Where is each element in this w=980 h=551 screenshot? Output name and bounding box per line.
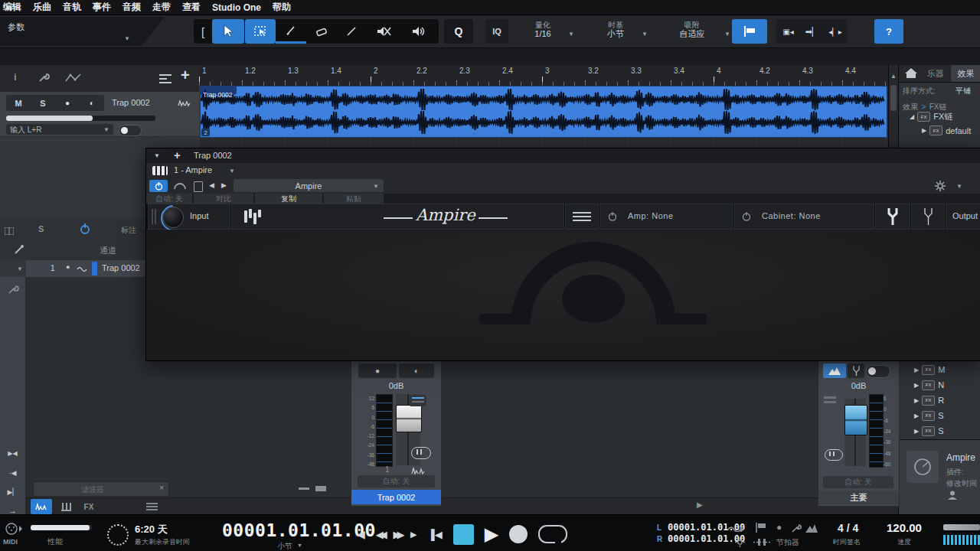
breadcrumb-effects[interactable]: 效果 [903,103,918,111]
next-channel-icon[interactable]: ▶▏ [0,488,25,496]
help-button[interactable]: ? [874,19,903,44]
strip-name-bar[interactable]: Trap 0002 [351,490,441,504]
inspector-icon[interactable]: i [14,71,17,83]
main-gain-label[interactable]: 0dB [818,381,899,390]
main-auto-button[interactable]: 自动: 关 [823,476,893,488]
stereo-icon[interactable] [411,447,431,459]
preroll-icon[interactable] [727,524,744,532]
arch-icon[interactable] [174,182,186,190]
preset-file-icon[interactable] [194,181,203,192]
metronome-label[interactable]: 节拍器 [776,537,799,548]
pin-add-button[interactable]: + [174,148,181,161]
arrow-tool-button[interactable] [212,19,244,44]
solo-button[interactable]: S [31,95,55,111]
listen-tool-button[interactable] [401,19,436,44]
tab-list[interactable] [142,499,162,514]
add-track-button[interactable]: + [181,67,190,84]
fx-list-item[interactable]: ▶FXS [914,423,980,439]
fx-list-item[interactable]: ▶FXR [914,393,980,408]
follow-cursor-button[interactable]: ➡▏ [800,19,824,44]
loop-r-value[interactable]: 00001.01.01.00 [668,533,745,544]
iq-button[interactable]: IQ [485,19,508,44]
header-section-tuner2[interactable] [911,204,945,230]
snap-toggle-button[interactable] [732,19,767,44]
gear-icon[interactable] [735,537,745,547]
paint-tool-button[interactable] [276,19,306,44]
link-button[interactable] [410,395,426,406]
eraser-tool-button[interactable] [306,19,337,44]
power-icon[interactable] [80,223,90,234]
time-unit-chevron-icon[interactable]: ▼ [297,543,302,548]
tempo-value[interactable]: 120.00 [887,521,922,534]
tab-fx[interactable]: FX [79,499,99,514]
strip-gain-label[interactable]: 0dB [351,381,441,390]
automation-curve-icon[interactable] [64,72,83,84]
header-section-cabinet[interactable]: Cabinet: None [733,204,874,230]
preset-combo[interactable]: Ampire ▼ [234,179,384,192]
zoom-tool-button[interactable]: Q [444,19,473,44]
mute-button[interactable]: M [6,95,31,111]
slot-chevron-down-icon[interactable]: ▼ [229,168,235,174]
params-chevron-down-icon[interactable]: ▼ [124,35,130,42]
main-name-bar[interactable]: 主要 [818,491,899,504]
timeline-ruler[interactable]: 11.21.31.422.22.32.433.23.33.444.24.34.4 [199,65,888,86]
main-fader-track[interactable] [844,399,866,466]
prev-bar-button[interactable]: ◀ [357,528,365,540]
main-toggle-button[interactable] [866,365,890,378]
header-section-amp[interactable]: Amp: None [599,204,733,230]
collapsed-icon[interactable]: ▶ [914,428,919,435]
menu-item[interactable]: 音轨 [63,1,81,14]
menu-item[interactable]: 事件 [93,1,111,14]
cabinet-power-icon[interactable] [742,212,751,221]
punch-icon[interactable] [753,538,770,546]
collapsed-icon[interactable]: ▶ [914,382,919,389]
drag-handle[interactable] [152,209,153,224]
range-tool-button[interactable] [245,19,276,44]
filter-box[interactable]: 滤波器 × [33,481,169,497]
metronome-level-icon[interactable] [805,523,818,533]
fast-forward-button[interactable]: ▶▶ [393,529,400,540]
strip-wide-icon[interactable] [315,486,326,491]
menu-item[interactable]: 帮助 [273,1,291,14]
row-record-icon[interactable]: ● [66,263,70,271]
plugin-menu-chevron-icon[interactable]: ▼ [956,183,962,190]
quantize-dropdown[interactable]: 量化 1/16 ▼ [513,21,573,39]
main-fader-cap[interactable] [844,405,867,435]
keyboard-icon[interactable] [152,166,168,175]
rewind-button[interactable]: ◀◀ [376,529,383,540]
strip-monitor-button[interactable]: ◐ [399,364,434,378]
record-arm-button[interactable]: ● [55,95,80,111]
timebase-dropdown[interactable]: 时基 小节 ▼ [585,21,646,39]
collapsed-icon[interactable]: ▶ [922,127,926,134]
main-mono-button[interactable] [823,364,846,378]
strip-fader-cap[interactable] [396,405,422,432]
main-mono-icon[interactable] [825,449,843,461]
prev-preset-icon[interactable]: ◀ [209,181,214,189]
scroll-up-icon[interactable]: ▲ [890,73,897,80]
track-scroll-button[interactable]: ▣◂ [776,19,800,44]
menu-item[interactable]: 编辑 [3,1,21,14]
window-chevron-down-icon[interactable]: ▼ [154,152,160,159]
collapse-icon[interactable]: ▶◀ [0,450,25,457]
collapsed-icon[interactable]: ▶ [914,367,919,373]
strip-auto-button[interactable]: 自动: 关 [358,475,435,487]
track-name[interactable]: Trap 0002 [112,98,150,107]
bracket-tool-button[interactable]: [ [194,19,212,44]
metronome-setup-icon[interactable] [790,523,802,533]
menu-item[interactable]: 走带 [152,1,171,14]
track-header[interactable]: M S ● ◐ Trap 0002 输入 L+R ▼ [0,92,199,137]
tree-item-fxchain[interactable]: ◢ FX FX链 [910,111,952,122]
channel-strip-trap[interactable]: ● ◐ 0dB 1260-6-12-24-36-48 1 自动: 关 Trap … [351,360,442,507]
loop-button[interactable] [538,525,567,543]
header-section-tuner1[interactable] [875,204,910,230]
bypass-button[interactable] [149,180,168,192]
tab-effects[interactable]: 效果 [951,65,980,82]
collapsed-icon[interactable]: ▶ [914,397,919,404]
input-select[interactable]: 输入 L+R ▼ [6,124,113,135]
next-bar-button[interactable]: ▶ [410,530,416,540]
hand-cursor-icon[interactable] [14,244,24,255]
tab-channels[interactable] [31,499,52,514]
strip-narrow-icon[interactable] [299,487,309,490]
snap-dropdown[interactable]: 吸附 自适应 ▼ [657,21,727,39]
breadcrumb-fxchain[interactable]: FX链 [929,103,947,111]
